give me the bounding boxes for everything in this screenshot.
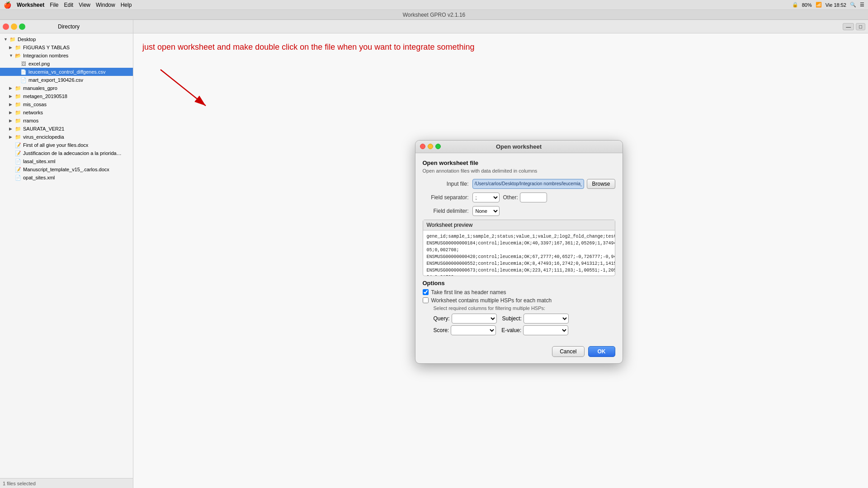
query-label: Query: xyxy=(434,315,450,322)
instruction-text: just open worksheet and make double clic… xyxy=(142,42,859,52)
tree-item-manuscript[interactable]: 📝 Manuscript_template_v15_.carlos.docx xyxy=(0,165,133,174)
open-worksheet-dialog[interactable]: Open worksheet Open worksheet file Open … xyxy=(415,140,623,364)
tree-item-justificacion[interactable]: 📝 Justificacion de la adecuacion a la pr… xyxy=(0,149,133,157)
tree-container[interactable]: ▼ 📁 Desktop ▶ 📁 FIGURAS Y TABLAS ▼ 📂 Int… xyxy=(0,33,133,478)
main-layout: Directory ▼ 📁 Desktop ▶ 📁 FIGURAS Y TABL… xyxy=(0,20,868,488)
options-title: Options xyxy=(423,280,615,286)
tree-arrow-saurata: ▶ xyxy=(9,127,14,131)
folder-icon-manuales: 📁 xyxy=(14,84,22,92)
file-icon-opat-sites: 📄 xyxy=(14,174,22,181)
menu-help[interactable]: Help xyxy=(121,2,132,8)
file-icon-lasal-sites: 📄 xyxy=(14,158,22,165)
sidebar-close-button[interactable] xyxy=(3,23,9,30)
tree-item-desktop[interactable]: ▼ 📁 Desktop xyxy=(0,35,133,43)
other-input[interactable] xyxy=(520,192,547,202)
browse-button[interactable]: Browse xyxy=(587,179,615,189)
menubar-time: Vie 18:52 xyxy=(826,2,846,8)
score-label: Score: xyxy=(434,327,449,333)
other-label: Other: xyxy=(503,194,518,201)
content-maximize-button[interactable]: □ xyxy=(856,23,865,30)
tree-label-lasal-sites: lasal_sites.xml xyxy=(23,159,56,164)
dialog-zoom-button[interactable] xyxy=(435,144,441,149)
menubar-search-icon[interactable]: 🔍 xyxy=(850,2,856,8)
tree-item-excel-png[interactable]: 🖼 excel.png xyxy=(0,60,133,68)
subject-select[interactable] xyxy=(524,314,569,324)
folder-icon-desktop: 📁 xyxy=(9,36,16,43)
tree-item-opat-sites[interactable]: 📄 opat_sites.xml xyxy=(0,174,133,182)
tree-item-metagen[interactable]: ▶ 📁 metagen_20190518 xyxy=(0,92,133,100)
file-icon-justificacion: 📝 xyxy=(14,150,22,157)
tree-item-saurata[interactable]: ▶ 📁 SAURATA_VER21 xyxy=(0,125,133,133)
app-name[interactable]: Worksheet xyxy=(17,2,44,8)
take-first-line-checkbox[interactable] xyxy=(423,289,429,295)
dialog-close-button[interactable] xyxy=(420,144,425,149)
evalue-label: E-value: xyxy=(501,327,521,333)
query-select[interactable] xyxy=(452,314,497,324)
tree-label-rramos: rramos xyxy=(23,118,38,123)
tree-item-first-all[interactable]: 📝 First of all give your files.docx xyxy=(0,141,133,149)
tree-arrow-integracion: ▼ xyxy=(9,53,14,58)
field-separator-label: Field separator: xyxy=(423,194,472,201)
menubar-menu-icon[interactable]: ☰ xyxy=(860,2,864,8)
score-select[interactable] xyxy=(451,325,496,335)
dialog-overlay: Open worksheet Open worksheet file Open … xyxy=(133,33,868,488)
preview-line-1: ENSMUSG00000000184;control;leucemia;OK;4… xyxy=(427,240,611,253)
ok-button[interactable]: OK xyxy=(588,346,615,357)
hsp-fields-score: Score: E-value: xyxy=(434,325,615,335)
folder-icon-mis-cosas: 📁 xyxy=(14,101,22,108)
tree-item-networks[interactable]: ▶ 📁 networks xyxy=(0,108,133,117)
field-separator-row: Field separator: ; , Tab Other: xyxy=(423,192,615,202)
file-icon-leucemia: 📄 xyxy=(20,68,27,75)
tree-label-figuras: FIGURAS Y TABLAS xyxy=(23,45,70,50)
multiple-hsps-checkbox[interactable] xyxy=(423,297,429,303)
tree-label-mart-export: mart_export_190426.csv xyxy=(28,77,83,83)
menu-view[interactable]: View xyxy=(79,2,90,8)
tree-item-lasal-sites[interactable]: 📄 lasal_sites.xml xyxy=(0,157,133,165)
apple-menu[interactable]: 🍎 xyxy=(4,1,11,9)
sidebar-minimize-button[interactable] xyxy=(11,23,17,30)
tree-label-desktop: Desktop xyxy=(18,37,36,42)
tree-label-virus: virus_enciclopedia xyxy=(23,134,64,140)
tree-arrow-figuras: ▶ xyxy=(9,45,14,50)
dialog-footer: Cancel OK xyxy=(415,342,623,363)
evalue-select[interactable] xyxy=(523,325,568,335)
tree-label-metagen: metagen_20190518 xyxy=(23,94,67,99)
tree-item-mis-cosas[interactable]: ▶ 📁 mis_cosas xyxy=(0,100,133,108)
tree-item-rramos[interactable]: ▶ 📁 rramos xyxy=(0,117,133,125)
menubar-battery: 80% xyxy=(802,2,812,8)
sidebar-controls xyxy=(3,23,25,30)
menu-edit[interactable]: Edit xyxy=(64,2,73,8)
take-first-line-label: Take first line as header names xyxy=(431,289,506,296)
tree-arrow-manuales: ▶ xyxy=(9,86,14,90)
preview-content: gene_id;sample_1;sample_2;status;value_1… xyxy=(423,230,615,276)
tree-label-manuscript: Manuscript_template_v15_.carlos.docx xyxy=(23,167,109,172)
cancel-button[interactable]: Cancel xyxy=(552,346,584,357)
file-icon-mart-export: 📄 xyxy=(20,76,27,84)
field-delimiter-select[interactable]: None " ' xyxy=(472,206,500,216)
evalue-field: E-value: xyxy=(501,325,568,335)
tree-label-saurata: SAURATA_VER21 xyxy=(23,126,64,131)
tree-item-virus[interactable]: ▶ 📁 virus_enciclopedia xyxy=(0,133,133,141)
tree-item-mart-export[interactable]: 📄 mart_export_190426.csv xyxy=(0,76,133,84)
content-toolbar: — □ xyxy=(133,20,868,33)
folder-icon-networks: 📁 xyxy=(14,109,22,116)
field-separator-select[interactable]: ; , Tab xyxy=(472,192,500,202)
dialog-section-title: Open worksheet file xyxy=(423,160,615,166)
tree-item-figuras[interactable]: ▶ 📁 FIGURAS Y TABLAS xyxy=(0,43,133,52)
tree-label-networks: networks xyxy=(23,110,43,115)
content-minimize-button[interactable]: — xyxy=(843,23,854,30)
multiple-hsps-label: Worksheet contains multiple HSPs for eac… xyxy=(431,297,552,304)
tree-label-leucemia: leucemia_vs_control_diffgenes.csv xyxy=(28,69,105,75)
dialog-minimize-button[interactable] xyxy=(428,144,433,149)
tree-item-leucemia[interactable]: 📄 leucemia_vs_control_diffgenes.csv xyxy=(0,68,133,76)
folder-icon-integracion: 📂 xyxy=(14,52,22,59)
menu-window[interactable]: Window xyxy=(96,2,115,8)
tree-item-integracion[interactable]: ▼ 📂 Integracion nombres xyxy=(0,52,133,60)
tree-item-manuales[interactable]: ▶ 📁 manuales_gpro xyxy=(0,84,133,92)
preview-line-4: ENSMUSG00000000673;control;leucemia;OK;2… xyxy=(427,267,611,276)
menu-file[interactable]: File xyxy=(50,2,58,8)
input-file-field[interactable] xyxy=(472,179,585,189)
dialog-traffic-lights xyxy=(420,144,441,149)
sidebar-maximize-button[interactable] xyxy=(19,23,25,30)
field-delimiter-label: Field delimiter: xyxy=(423,208,472,214)
